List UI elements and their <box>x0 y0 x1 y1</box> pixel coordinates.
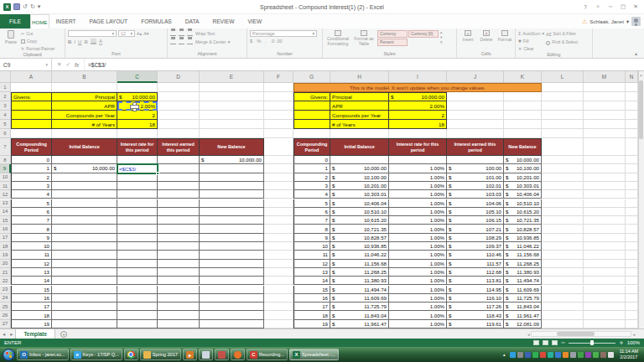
cell-H26[interactable]: $11,843.04 <box>330 311 389 319</box>
cell-M18[interactable] <box>584 242 626 251</box>
cell-D11[interactable] <box>158 182 200 190</box>
zoom-out-button[interactable]: − <box>561 339 565 346</box>
row-header-8[interactable]: 8 <box>0 156 11 164</box>
cell-G26[interactable]: 18 <box>293 311 330 319</box>
cell-D2[interactable] <box>158 92 200 101</box>
cell-L22[interactable] <box>542 277 584 285</box>
select-all-corner[interactable] <box>0 71 11 83</box>
cell-D10[interactable] <box>158 173 200 182</box>
cell-I27[interactable]: 1.00% <box>389 320 447 328</box>
tray-icon-2[interactable] <box>517 352 523 358</box>
cell-G13[interactable]: 5 <box>293 199 330 208</box>
merge-center-button[interactable]: Merge & Center▾ <box>195 39 230 45</box>
cell-L17[interactable] <box>542 234 584 242</box>
cell-F7[interactable] <box>264 138 293 156</box>
cell-D26[interactable] <box>158 311 200 319</box>
cell-H13[interactable]: $10,406.04 <box>330 199 389 208</box>
font-size-combo[interactable]: 12▾ <box>118 30 135 37</box>
cell-E23[interactable] <box>200 286 264 294</box>
cell-C19[interactable] <box>117 251 158 259</box>
cell-D6[interactable] <box>158 129 200 138</box>
column-header-J[interactable]: J <box>447 71 504 83</box>
cell-B2[interactable]: Principal <box>52 92 117 101</box>
cell-L13[interactable] <box>542 199 584 208</box>
cell-M11[interactable] <box>584 182 626 190</box>
cell-C24[interactable] <box>117 294 158 303</box>
fill-handle[interactable] <box>156 172 159 175</box>
cell-L27[interactable] <box>542 320 584 328</box>
fill-button[interactable]: ▼Fill <box>518 38 544 44</box>
column-header-H[interactable]: H <box>330 71 389 83</box>
cell-I12[interactable]: 1.00% <box>389 190 447 199</box>
cell-H12[interactable]: $10,303.01 <box>330 190 389 199</box>
cell-F19[interactable] <box>264 251 293 259</box>
cell-F18[interactable] <box>264 242 293 251</box>
grow-font-button[interactable]: A▴ <box>137 30 142 37</box>
cell-K6[interactable] <box>504 129 542 138</box>
cell-L23[interactable] <box>542 286 584 294</box>
cell-N13[interactable] <box>626 199 638 208</box>
cell-F9[interactable] <box>264 164 293 173</box>
copy-button[interactable]: Copy <box>21 38 55 44</box>
cell-M14[interactable] <box>584 208 626 216</box>
style-currency[interactable]: Currency <box>377 30 408 38</box>
cell-C16[interactable] <box>117 225 158 233</box>
format-cells-button[interactable]: Format <box>496 30 513 51</box>
cell-G15[interactable]: 7 <box>293 216 330 225</box>
cell-E21[interactable] <box>200 268 264 277</box>
cell-G27[interactable]: 19 <box>293 320 330 328</box>
underline-button[interactable]: U <box>78 39 81 44</box>
taskbar-button-outlook[interactable]: OInbox - janet.sc... <box>17 349 69 360</box>
cell-N20[interactable] <box>626 260 638 268</box>
cell-K26[interactable]: $11,961.47 <box>504 311 542 319</box>
tray-icon-6[interactable] <box>548 352 553 358</box>
cell-G9[interactable]: 1 <box>293 164 330 173</box>
cell-B12[interactable] <box>52 190 117 199</box>
cell-B6[interactable] <box>52 129 117 138</box>
cell-H11[interactable]: $10,201.00 <box>330 182 389 190</box>
cell-C25[interactable] <box>117 303 158 311</box>
row-header-6[interactable]: 6 <box>0 129 11 138</box>
cell-N1[interactable] <box>626 83 638 92</box>
cell-N8[interactable] <box>626 156 638 164</box>
cell-M16[interactable] <box>584 225 626 233</box>
cell-E17[interactable] <box>200 234 264 242</box>
cell-I17[interactable]: 1.00% <box>389 234 447 242</box>
gallery-scroll[interactable]: ▴▾≡ <box>440 30 443 51</box>
row-header-27[interactable]: 27 <box>0 320 11 328</box>
left-table-header-4[interactable]: New Balance <box>200 138 264 156</box>
cell-I24[interactable]: 1.00% <box>389 294 447 303</box>
cell-D5[interactable] <box>158 120 200 129</box>
cell-I9[interactable]: 1.00% <box>389 164 447 173</box>
cell-I5[interactable]: 18 <box>389 120 447 129</box>
horizontal-scrollbar[interactable]: ◂ ▸ <box>527 331 644 337</box>
cell-N10[interactable] <box>626 173 638 182</box>
cell-C12[interactable] <box>117 190 158 199</box>
cell-B24[interactable] <box>52 294 117 303</box>
cancel-formula-button[interactable]: ✕ <box>57 61 61 68</box>
cell-D4[interactable] <box>158 111 200 120</box>
tray-icon-14[interactable] <box>608 352 614 358</box>
cell-A14[interactable]: 6 <box>11 208 52 216</box>
right-table-header-3[interactable]: Interest earned this period <box>447 138 504 156</box>
cell-M6[interactable] <box>584 129 626 138</box>
cell-N11[interactable] <box>626 182 638 190</box>
cell-N6[interactable] <box>626 129 638 138</box>
cell-F20[interactable] <box>264 260 293 268</box>
cell-D20[interactable] <box>158 260 200 268</box>
cell-A3[interactable] <box>11 101 52 111</box>
cell-C18[interactable] <box>117 242 158 251</box>
column-header-I[interactable]: I <box>389 71 447 83</box>
cell-C14[interactable] <box>117 208 158 216</box>
cell-H14[interactable]: $10,510.10 <box>330 208 389 216</box>
cell-B15[interactable] <box>52 216 117 225</box>
cell-D22[interactable] <box>158 277 200 285</box>
tray-icon-9[interactable] <box>570 352 576 358</box>
cell-H19[interactable]: $11,046.22 <box>330 251 389 259</box>
cell-J25[interactable]: $117.26 <box>447 303 504 311</box>
decimal-buttons[interactable]: .0 .00 <box>271 39 283 44</box>
cell-H4[interactable]: Compounds per Year <box>330 111 389 120</box>
cell-I8[interactable] <box>389 156 447 164</box>
style-percent[interactable]: Percent <box>377 39 408 46</box>
cell-J4[interactable] <box>447 111 504 120</box>
